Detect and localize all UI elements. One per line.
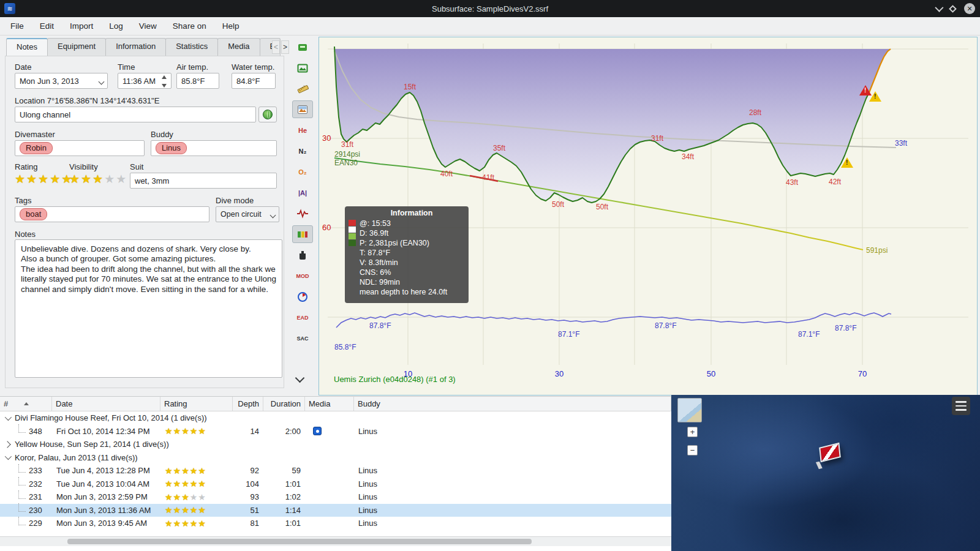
helium-graph-button[interactable]: He — [292, 121, 313, 139]
expander-open-icon[interactable] — [5, 453, 12, 460]
tree-branch-icon — [18, 477, 26, 485]
expander-open-icon[interactable] — [5, 414, 12, 421]
suit-input[interactable]: wet, 3mm — [130, 173, 277, 189]
tank-bar-toggle-button[interactable] — [292, 225, 313, 243]
scrollbar-handle[interactable] — [67, 539, 532, 544]
dive-depth: 104 — [233, 479, 263, 489]
titlebar[interactable]: ≋ Subsurface: SampleDivesV2.ssrf ✕ — [0, 0, 980, 17]
tab-media[interactable]: Media — [217, 38, 260, 56]
depth-label: 41ft — [482, 173, 494, 182]
dive-row[interactable]: 348 Fri Oct 10, 2014 12:34 PM ★★★★★ 14 2… — [0, 425, 671, 438]
dive-date: Mon Jun 3, 2013 2:59 PM — [52, 492, 160, 501]
dive-row[interactable]: 233 Tue Jun 4, 2013 12:28 PM ★★★★★ 92 59… — [0, 464, 671, 478]
globe-icon — [263, 110, 273, 119]
dive-row-selected[interactable]: 230 Mon Jun 3, 2013 11:36 AM ★★★★★ 51 1:… — [0, 504, 671, 517]
tags-input[interactable]: boat — [15, 206, 209, 222]
toolbar-collapse-icon[interactable] — [295, 373, 305, 383]
ead-toggle-button[interactable]: EAD — [292, 309, 313, 326]
spinner-arrows-icon[interactable] — [162, 75, 169, 88]
map-menu-button[interactable] — [952, 397, 970, 415]
dive-date: Tue Jun 4, 2013 10:04 AM — [52, 479, 160, 489]
air-temp-field[interactable]: 85.8°F — [176, 73, 219, 89]
ceiling-toggle-button[interactable]: |A| — [292, 184, 313, 201]
mod-toggle-button[interactable]: MOD — [292, 267, 313, 285]
water-temp-field[interactable]: 84.8°F — [232, 73, 276, 89]
tab-equipment[interactable]: Equipment — [47, 38, 106, 56]
expander-closed-icon[interactable] — [4, 441, 10, 448]
dive-row[interactable]: 231 Mon Jun 3, 2013 2:59 PM ★★★★★ 93 1:0… — [0, 490, 671, 504]
trip-row[interactable]: Divi Flamingo House Reef, Fri Oct 10, 20… — [0, 411, 671, 425]
menu-help[interactable]: Help — [214, 19, 247, 33]
dive-flag-marker[interactable] — [819, 443, 841, 462]
maximize-button[interactable] — [949, 5, 957, 13]
buddy-input[interactable]: Linus — [151, 140, 277, 156]
column-date[interactable]: Date — [52, 397, 160, 411]
tree-branch-icon — [18, 503, 26, 512]
tree-branch-icon — [18, 424, 26, 433]
column-media[interactable]: Media — [305, 397, 354, 411]
dive-profile-chart[interactable]: 30 60 10 30 50 70 31ft 15ft 40ft 41ft 35… — [318, 37, 978, 395]
nitrogen-graph-button[interactable]: N₂ — [292, 142, 313, 160]
ink-toggle-button[interactable] — [292, 246, 313, 264]
column-depth[interactable]: Depth — [233, 397, 263, 411]
dive-list-hscrollbar[interactable] — [0, 536, 671, 546]
close-button[interactable]: ✕ — [964, 3, 975, 14]
menu-share-on[interactable]: Share on — [165, 19, 214, 33]
window-title: Subsurface: SampleDivesV2.ssrf — [0, 4, 980, 13]
dive-row[interactable]: 232 Tue Jun 4, 2013 10:04 AM ★★★★★ 104 1… — [0, 478, 671, 491]
tab-information[interactable]: Information — [105, 38, 166, 56]
dive-row[interactable]: 229 Mon Jun 3, 2013 9:45 AM ★★★★★ 81 1:0… — [0, 517, 671, 530]
trip-label: Koror, Palau, Jun 2013 (11 dive(s)) — [15, 453, 138, 462]
depth-label: 50ft — [552, 200, 564, 209]
divemaster-chip[interactable]: Robin — [20, 142, 53, 154]
visibility-stars[interactable]: ★★★★★ — [69, 173, 127, 185]
dive-site-map[interactable]: + − — [671, 395, 980, 551]
divemaster-input[interactable]: Robin — [15, 140, 145, 156]
photos-toggle-button[interactable] — [292, 59, 313, 77]
buddy-chip[interactable]: Linus — [156, 142, 187, 154]
notes-textarea[interactable]: Unbelievable dive. Dozens and dozens of … — [15, 239, 282, 378]
profile-toolbar: He N₂ O₂ |A| MOD EAD SAC — [288, 38, 317, 373]
column-number[interactable]: # — [0, 397, 52, 411]
ndl-toggle-button[interactable] — [292, 288, 313, 305]
gas-label: EAN30 — [334, 159, 358, 167]
ruler-icon[interactable] — [292, 80, 313, 97]
column-buddy[interactable]: Buddy — [354, 397, 671, 411]
trip-row[interactable]: Yellow House, Sun Sep 21, 2014 (1 dive(s… — [0, 438, 671, 451]
media-present-icon[interactable] — [313, 427, 322, 435]
info-time: @: 15:53 — [360, 219, 464, 228]
date-select[interactable]: Mon Jun 3, 2013 — [15, 73, 108, 89]
menu-view[interactable]: View — [131, 19, 165, 33]
sac-toggle-button[interactable]: SAC — [292, 329, 313, 347]
tag-chip[interactable]: boat — [20, 208, 47, 220]
oxygen-graph-button[interactable]: O₂ — [292, 163, 313, 181]
dive-rating-stars: ★★★★★ — [165, 505, 206, 515]
dive-buddy: Linus — [354, 492, 671, 501]
rating-stars[interactable]: ★★★★★ — [15, 173, 73, 185]
menu-import[interactable]: Import — [62, 19, 101, 33]
chevron-down-icon — [270, 212, 276, 219]
menu-edit[interactable]: Edit — [32, 19, 62, 33]
trip-row[interactable]: Koror, Palau, Jun 2013 (11 dive(s)) — [0, 451, 671, 465]
menu-file[interactable]: File — [2, 19, 32, 33]
column-rating[interactable]: Rating — [160, 397, 233, 411]
column-duration[interactable]: Duration — [263, 397, 305, 411]
show-pictures-toggle-button[interactable] — [292, 100, 313, 118]
tab-notes[interactable]: Notes — [6, 38, 48, 56]
location-input[interactable]: Ulong channel — [15, 107, 256, 122]
visibility-label: Visibility — [69, 162, 98, 171]
menu-log[interactable]: Log — [101, 19, 131, 33]
dive-depth: 92 — [233, 466, 263, 475]
heart-rate-toggle-button[interactable] — [292, 204, 313, 222]
tab-scroll-left-icon[interactable]: < — [272, 40, 280, 54]
geolocation-button[interactable] — [258, 107, 277, 122]
map-zoom-out-button[interactable]: − — [687, 445, 698, 455]
dive-mode-toggle-button[interactable] — [292, 38, 313, 56]
water-temp-value: 84.8°F — [236, 77, 260, 86]
map-zoom-in-button[interactable]: + — [687, 427, 698, 437]
time-stepper[interactable]: 11:36 AM — [118, 73, 172, 89]
tab-statistics[interactable]: Statistics — [165, 38, 218, 56]
map-overview-thumbnail[interactable] — [677, 398, 702, 422]
minimize-button[interactable] — [935, 4, 943, 12]
dive-mode-select[interactable]: Open circuit — [216, 206, 279, 222]
